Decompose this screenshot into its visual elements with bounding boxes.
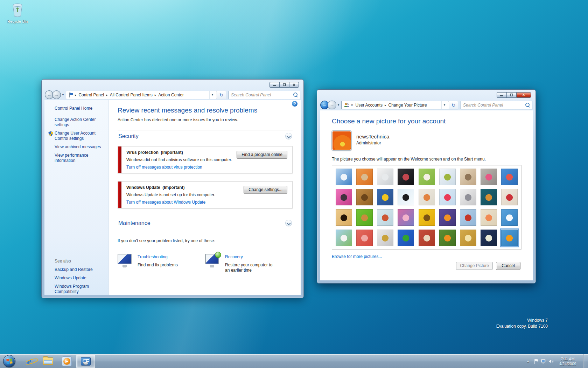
breadcrumb-action-center[interactable]: Action Center bbox=[156, 93, 186, 97]
recovery-link[interactable]: Recovery bbox=[225, 254, 278, 259]
help-icon[interactable]: ? bbox=[292, 101, 298, 107]
picture-thumb-gyroscope[interactable] bbox=[439, 169, 456, 185]
address-bar[interactable]: « User Accounts ▸ Change Your Picture ▼ bbox=[341, 101, 449, 109]
picture-thumb-roller-coaster[interactable] bbox=[336, 169, 352, 185]
picture-thumb-teal-stairs[interactable] bbox=[481, 189, 497, 205]
picture-thumb-tin-robot[interactable] bbox=[377, 209, 393, 226]
search-icon[interactable] bbox=[525, 103, 530, 107]
recent-pages-dropdown-icon[interactable]: ▼ bbox=[62, 93, 64, 96]
picture-thumb-lucky-cat[interactable] bbox=[419, 169, 435, 185]
picture-thumb-orange-fish[interactable] bbox=[439, 209, 456, 226]
picture-grid bbox=[332, 165, 522, 250]
address-bar[interactable]: ▸ Control Panel ▸ All Control Panel Item… bbox=[66, 91, 217, 99]
picture-thumb-woven-textile[interactable] bbox=[356, 189, 373, 205]
picture-thumb-orange-flower[interactable] bbox=[501, 230, 518, 246]
forward-button[interactable]: → bbox=[52, 90, 61, 99]
search-icon[interactable] bbox=[293, 93, 298, 97]
picture-thumb-striped-ball[interactable] bbox=[336, 189, 352, 205]
minimize-button[interactable] bbox=[270, 82, 279, 88]
search-input[interactable] bbox=[229, 91, 293, 99]
picture-thumb-patterned-rug[interactable] bbox=[419, 230, 435, 246]
breadcrumb-user-accounts[interactable]: User Accounts bbox=[354, 103, 384, 108]
maximize-button[interactable] bbox=[506, 92, 516, 98]
close-button[interactable]: × bbox=[516, 92, 531, 98]
minimize-button[interactable] bbox=[497, 92, 506, 98]
show-desktop-button[interactable] bbox=[583, 354, 588, 368]
picture-thumb-sunflower[interactable] bbox=[419, 209, 435, 226]
turn-off-virus-messages-link[interactable]: Turn off messages about virus protection bbox=[126, 165, 287, 170]
picture-thumb-pinwheel[interactable] bbox=[501, 169, 518, 185]
picture-thumb-kokeshi-doll[interactable] bbox=[481, 209, 497, 226]
taskbar-windows-explorer[interactable] bbox=[38, 354, 57, 368]
action-center-flag-tray-icon[interactable] bbox=[532, 354, 540, 368]
uac-shield-icon bbox=[48, 131, 53, 138]
address-dropdown-icon[interactable]: ▼ bbox=[441, 101, 447, 109]
taskbar-clock[interactable]: 7:11 AM 4/24/2009 bbox=[556, 356, 579, 366]
sidebar-item-compatibility-troubleshooter[interactable]: Windows Program Compatibility Troublesho… bbox=[55, 284, 107, 295]
network-tray-icon[interactable] bbox=[540, 354, 547, 368]
change-settings-button[interactable]: Change settings... bbox=[244, 186, 287, 194]
forward-button[interactable]: → bbox=[328, 101, 336, 109]
sidebar-item-windows-update[interactable]: Windows Update bbox=[55, 275, 106, 281]
refresh-button[interactable]: ↻ bbox=[217, 91, 226, 99]
maintenance-collapse-chevron-icon[interactable] bbox=[285, 220, 292, 226]
recovery-item[interactable]: Recovery Restore your computer to an ear… bbox=[205, 254, 293, 273]
find-program-online-button[interactable]: Find a program online bbox=[237, 151, 287, 159]
breadcrumb-all-items[interactable]: All Control Panel Items bbox=[108, 93, 154, 97]
turn-off-windows-update-messages-link[interactable]: Turn off messages about Windows Update bbox=[126, 200, 287, 205]
taskbar-internet-explorer[interactable]: e bbox=[20, 354, 38, 368]
browse-for-more-pictures-link[interactable]: Browse for more pictures... bbox=[332, 254, 382, 259]
picture-thumb-striped-fabric[interactable] bbox=[356, 230, 373, 246]
picture-thumb-lighthouse[interactable] bbox=[481, 230, 497, 246]
troubleshooting-icon bbox=[118, 254, 132, 267]
troubleshooting-item[interactable]: Troubleshooting Find and fix problems bbox=[118, 254, 205, 273]
search-input[interactable] bbox=[461, 101, 525, 109]
recent-pages-dropdown-icon[interactable]: ▼ bbox=[337, 103, 340, 107]
taskbar-control-panel-active[interactable] bbox=[76, 355, 95, 368]
picture-thumb-origami-crane[interactable] bbox=[501, 189, 518, 205]
maximize-button[interactable] bbox=[279, 82, 289, 88]
picture-thumb-red-starburst[interactable] bbox=[439, 189, 456, 205]
address-dropdown-icon[interactable]: ▼ bbox=[209, 91, 215, 99]
security-section-title: Security bbox=[118, 133, 139, 139]
picture-thumb-metal-jacks[interactable] bbox=[460, 189, 476, 205]
picture-thumb-acoustic-guitar[interactable] bbox=[336, 209, 352, 226]
picture-thumb-hot-air-balloon[interactable] bbox=[460, 209, 476, 226]
breadcrumb-change-your-picture[interactable]: Change Your Picture bbox=[387, 103, 429, 108]
picture-thumb-glass-marbles[interactable] bbox=[377, 230, 393, 246]
sidebar-item-backup-and-restore[interactable]: Backup and Restore bbox=[55, 267, 106, 272]
sidebar-item-view-archived-messages[interactable]: View archived messages bbox=[55, 144, 106, 150]
security-collapse-chevron-icon[interactable] bbox=[285, 133, 292, 139]
picture-thumb-sailboat[interactable] bbox=[501, 209, 518, 226]
close-button[interactable]: × bbox=[289, 82, 299, 88]
picture-thumb-starfish[interactable] bbox=[356, 169, 373, 185]
picture-thumb-soccer-ball[interactable] bbox=[336, 230, 352, 246]
refresh-button[interactable]: ↻ bbox=[449, 101, 458, 109]
cancel-button[interactable]: Cancel bbox=[496, 262, 520, 270]
picture-thumb-yellow-leaf[interactable] bbox=[377, 189, 393, 205]
user-accounts-icon bbox=[344, 102, 349, 108]
picture-thumb-border-collie[interactable] bbox=[398, 189, 414, 205]
change-picture-button[interactable]: Change Picture bbox=[456, 262, 493, 270]
picture-thumb-sleeping-kitten[interactable] bbox=[460, 169, 476, 185]
breadcrumb-collapse-chevrons[interactable]: « bbox=[350, 103, 354, 108]
picture-thumb-turntable[interactable] bbox=[398, 169, 414, 185]
picture-thumb-colorful-scarves[interactable] bbox=[398, 209, 414, 226]
sidebar-item-view-performance-information[interactable]: View performance information bbox=[55, 153, 106, 163]
sidebar-item-change-uac-settings[interactable]: Change User Account Control settings bbox=[55, 131, 102, 141]
taskbar-windows-media-player[interactable]: ▶ bbox=[57, 354, 76, 368]
sidebar-item-change-action-center-settings[interactable]: Change Action Center settings bbox=[55, 117, 106, 128]
volume-tray-icon[interactable] bbox=[547, 354, 554, 368]
picture-thumb-woven-basket[interactable] bbox=[460, 230, 476, 246]
picture-thumb-monarch-butterfly[interactable] bbox=[439, 230, 456, 246]
troubleshooting-link[interactable]: Troubleshooting bbox=[138, 254, 178, 259]
start-button[interactable] bbox=[3, 355, 15, 367]
picture-thumb-green-window[interactable] bbox=[398, 230, 414, 246]
picture-thumb-pink-dahlia[interactable] bbox=[481, 169, 497, 185]
picture-thumb-robot-figurine[interactable] bbox=[377, 169, 393, 185]
recycle-bin[interactable]: Recycle Bin bbox=[5, 3, 30, 23]
breadcrumb-control-panel[interactable]: Control Panel bbox=[77, 93, 106, 97]
picture-thumb-pomeranian-dog[interactable] bbox=[356, 209, 373, 226]
picture-thumb-crayon-cones[interactable] bbox=[419, 189, 435, 205]
show-hidden-icons-button[interactable]: ▲ bbox=[524, 360, 532, 363]
